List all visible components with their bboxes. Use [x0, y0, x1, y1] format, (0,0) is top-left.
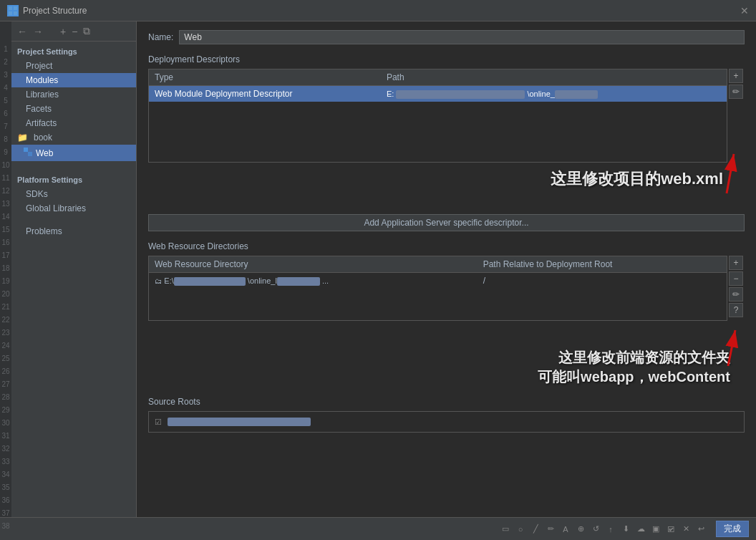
icon-bar: ▭ ○ ╱ ✏ A ⊕ ↺ ↑ ⬇ ☁ ▣ 🗹 ✕ ↩ [499, 523, 707, 536]
wrd-dir-cell: 🗂 E:\ \online_l ... [149, 273, 478, 289]
undo-icon[interactable]: ↺ [589, 523, 602, 536]
name-input[interactable] [179, 30, 745, 44]
dd-col-path: Path [381, 69, 727, 86]
circle-icon[interactable]: ○ [514, 523, 527, 536]
path-blur-5 [168, 418, 311, 426]
wrd-path-cell: / [478, 273, 727, 289]
dd-add-button[interactable]: + [729, 69, 743, 83]
forward-button[interactable]: → [33, 26, 43, 37]
wrd-table-actions: + − ✏ ? [729, 256, 743, 317]
add-icon[interactable]: ⊕ [574, 523, 587, 536]
platform-settings-section: Platform Settings [11, 170, 136, 187]
app-icon [7, 5, 19, 16]
copy-item-button[interactable]: ⧉ [83, 25, 90, 37]
sidebar-item-libraries[interactable]: Libraries [11, 87, 136, 102]
deployment-descriptors-title: Deployment Descriptors [148, 54, 745, 64]
svg-rect-1 [14, 6, 17, 10]
sidebar-item-global-libraries[interactable]: Global Libraries [11, 201, 136, 216]
cloud-icon[interactable]: ☁ [634, 523, 647, 536]
sidebar: ← → + − ⧉ Project Settings Project Modul… [11, 21, 137, 517]
up-icon[interactable]: ↑ [604, 523, 617, 536]
sidebar-item-modules[interactable]: Modules [11, 73, 136, 87]
table-empty-row [149, 289, 727, 317]
path-blur-1 [396, 90, 525, 99]
grid-icon[interactable]: ▣ [649, 523, 662, 536]
bottom-toolbar: ▭ ○ ╱ ✏ A ⊕ ↺ ↑ ⬇ ☁ ▣ 🗹 ✕ ↩ 完成 [0, 517, 756, 540]
add-item-button[interactable]: + [60, 26, 66, 37]
module-icon [23, 147, 33, 159]
file-icon[interactable]: 🗹 [664, 523, 677, 536]
dd-type-cell: Web Module Deployment Descriptor [149, 86, 381, 102]
remove-item-button[interactable]: − [72, 26, 77, 37]
deployment-descriptors-wrapper: Type Path Web Module Deployment Descript… [148, 69, 727, 168]
sidebar-toolbar: ← → + − ⧉ [11, 21, 136, 42]
wrd-help-button[interactable]: ? [729, 303, 743, 317]
deployment-descriptors-table-container: Type Path Web Module Deployment Descript… [148, 69, 727, 163]
ok-button[interactable]: 完成 [716, 521, 749, 537]
svg-rect-4 [24, 148, 28, 152]
source-roots-table: ☑ [148, 411, 745, 433]
arrow-icon-2 [696, 327, 739, 370]
wrd-col-dir: Web Resource Directory [149, 256, 478, 273]
slash-icon[interactable]: ╱ [529, 523, 542, 536]
pencil-icon[interactable]: ✏ [544, 523, 557, 536]
web-resource-directories-title: Web Resource Directories [148, 241, 745, 251]
tree-item-book[interactable]: 📁 book [11, 130, 136, 145]
path-blur-2 [555, 90, 598, 99]
down-icon[interactable]: ⬇ [619, 523, 632, 536]
sidebar-item-project[interactable]: Project [11, 59, 136, 73]
add-server-descriptor-button[interactable]: Add Application Server specific descript… [148, 214, 745, 231]
wrd-remove-button[interactable]: − [729, 271, 743, 286]
window-title: Project Structure [23, 6, 87, 16]
svg-rect-2 [9, 11, 12, 15]
name-label: Name: [148, 32, 173, 42]
folder-icon: 📁 [17, 132, 28, 143]
path-blur-3 [174, 277, 246, 286]
wrd-add-button[interactable]: + [729, 256, 743, 270]
dd-path-cell: E: \online_ [381, 86, 727, 102]
dd-col-type: Type [149, 69, 381, 86]
table-row[interactable]: 🗂 E:\ \online_l ... / [149, 273, 727, 289]
table-empty-row [149, 102, 727, 159]
arrow-icon-1 [694, 147, 737, 197]
text-icon[interactable]: A [559, 523, 572, 536]
project-settings-section: Project Settings [11, 42, 136, 59]
rect-icon[interactable]: ▭ [499, 523, 512, 536]
web-resource-directories-table: Web Resource Directory Path Relative to … [149, 256, 727, 317]
content-area: Name: Deployment Descriptors Type Path W… [137, 21, 756, 517]
path-blur-4 [277, 277, 320, 286]
close-button[interactable]: ✕ [740, 5, 749, 16]
web-resource-directories-table-container: Web Resource Directory Path Relative to … [148, 256, 727, 321]
sidebar-item-problems[interactable]: Problems [11, 224, 136, 238]
deployment-descriptors-table: Type Path Web Module Deployment Descript… [149, 69, 727, 159]
web-resource-directories-wrapper: Web Resource Directory Path Relative to … [148, 256, 727, 327]
dd-table-actions: + ✏ [729, 69, 743, 99]
sidebar-item-facets[interactable]: Facets [11, 102, 136, 116]
name-row: Name: [148, 30, 745, 44]
svg-rect-5 [28, 152, 32, 156]
svg-rect-3 [14, 11, 17, 15]
back-button[interactable]: ← [17, 26, 27, 37]
source-roots-title: Source Roots [148, 397, 745, 407]
sidebar-item-artifacts[interactable]: Artifacts [11, 116, 136, 130]
tree-item-web[interactable]: Web [11, 145, 136, 161]
title-bar: Project Structure ✕ [0, 0, 756, 21]
dd-edit-button[interactable]: ✏ [729, 85, 743, 99]
wrd-edit-button[interactable]: ✏ [729, 287, 743, 302]
sidebar-item-sdks[interactable]: SDKs [11, 187, 136, 201]
wrd-col-path: Path Relative to Deployment Root [478, 256, 727, 273]
line-numbers: 123 456 789 101112 131415 161718 192021 … [0, 21, 11, 517]
table-row[interactable]: Web Module Deployment Descriptor E: \onl… [149, 86, 727, 102]
checkbox-icon: ☑ [155, 418, 162, 427]
close-icon[interactable]: ✕ [679, 523, 692, 536]
svg-rect-0 [9, 6, 12, 10]
back-icon[interactable]: ↩ [694, 523, 707, 536]
